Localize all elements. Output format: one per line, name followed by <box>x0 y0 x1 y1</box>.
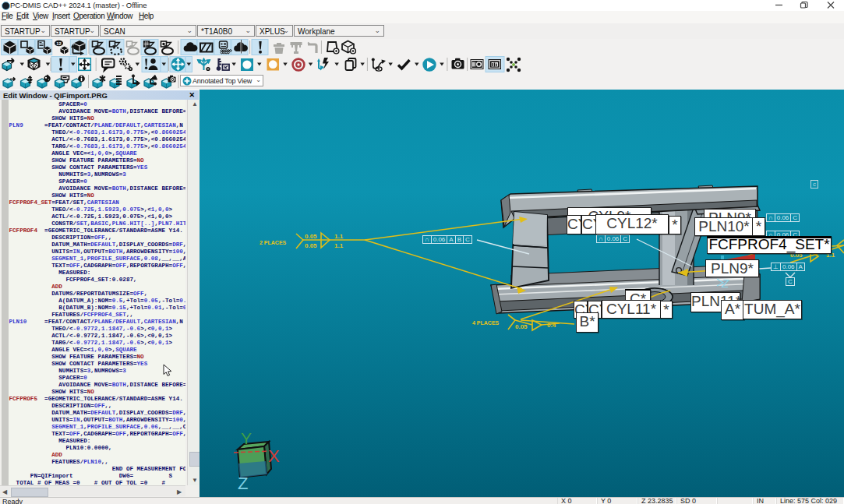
svg-text:X: X <box>268 446 280 466</box>
svg-text:Y: Y <box>241 429 252 447</box>
svg-text:Z: Z <box>238 474 248 493</box>
svg-text:12: 12 <box>56 41 61 46</box>
